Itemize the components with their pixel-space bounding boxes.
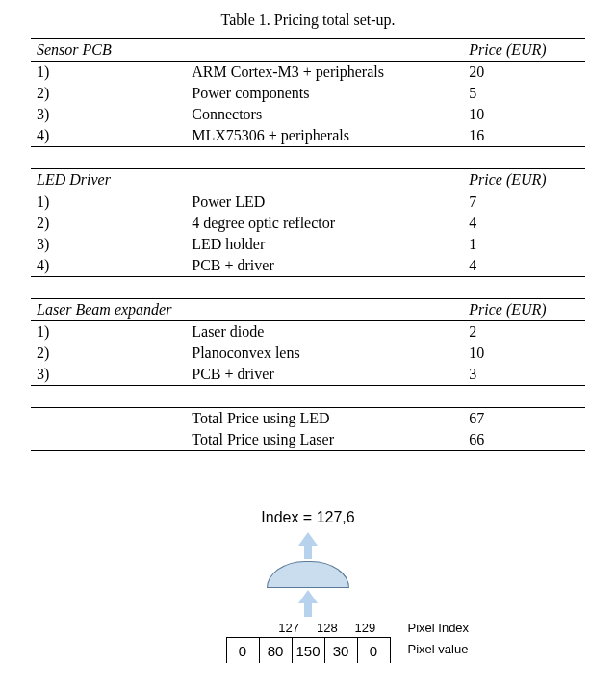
table-row: 3) PCB + driver 3 bbox=[31, 364, 585, 386]
section-header-laser-expander: Laser Beam expander Price (EUR) bbox=[31, 299, 585, 321]
pixel-cell: 0 bbox=[358, 638, 391, 663]
table-row: 2) 4 degree optic reflector 4 bbox=[31, 213, 585, 234]
lens-icon bbox=[267, 561, 349, 588]
table-row: 3) LED holder 1 bbox=[31, 234, 585, 255]
total-row-laser: Total Price using Laser 66 bbox=[31, 429, 585, 451]
row-desc: ARM Cortex-M3 + peripherals bbox=[186, 62, 463, 84]
pixel-index-label: Pixel Index bbox=[408, 621, 470, 635]
index-figure: Index = 127,6 127 128 129 0 80 150 30 0 … bbox=[0, 509, 616, 663]
table-caption: Table 1. Pricing total set-up. bbox=[0, 12, 616, 29]
arrow-stem-icon bbox=[304, 603, 312, 617]
pixel-value-label: Pixel value bbox=[408, 642, 469, 656]
table-row: 1) Power LED 7 bbox=[31, 191, 585, 214]
total-row-led: Total Price using LED 67 bbox=[31, 408, 585, 430]
price-header: Price (EUR) bbox=[463, 39, 585, 62]
row-index: 1) bbox=[31, 62, 186, 84]
pixel-cell: 80 bbox=[260, 638, 293, 663]
pixel-array: 127 128 129 0 80 150 30 0 Pixel Index Pi… bbox=[226, 621, 391, 663]
arrow-stem-icon bbox=[304, 546, 312, 559]
arrow-up-icon bbox=[298, 590, 318, 603]
pricing-table: Sensor PCB Price (EUR) 1) ARM Cortex-M3 … bbox=[31, 38, 585, 451]
row-price: 20 bbox=[463, 62, 585, 84]
table-row: 4) PCB + driver 4 bbox=[31, 255, 585, 277]
pixel-cell: 150 bbox=[293, 638, 325, 663]
table-row: 3) Connectors 10 bbox=[31, 104, 585, 125]
table-row: 1) ARM Cortex-M3 + peripherals 20 bbox=[31, 62, 585, 84]
arrow-up-icon bbox=[298, 532, 318, 546]
section-header-led-driver: LED Driver Price (EUR) bbox=[31, 169, 585, 191]
section-title: Sensor PCB bbox=[31, 39, 186, 62]
pixel-index-row: 127 128 129 bbox=[226, 621, 391, 635]
table-row: 4) MLX75306 + peripherals 16 bbox=[31, 125, 585, 147]
table-row: 2) Power components 5 bbox=[31, 83, 585, 104]
table-row: 2) Planoconvex lens 10 bbox=[31, 343, 585, 364]
section-header-sensor-pcb: Sensor PCB Price (EUR) bbox=[31, 39, 585, 62]
figure-index-label: Index = 127,6 bbox=[0, 509, 616, 526]
pixel-cell: 30 bbox=[325, 638, 358, 663]
pixel-value-row: 0 80 150 30 0 bbox=[226, 637, 391, 663]
table-row: 1) Laser diode 2 bbox=[31, 321, 585, 344]
pixel-cell: 0 bbox=[227, 638, 260, 663]
